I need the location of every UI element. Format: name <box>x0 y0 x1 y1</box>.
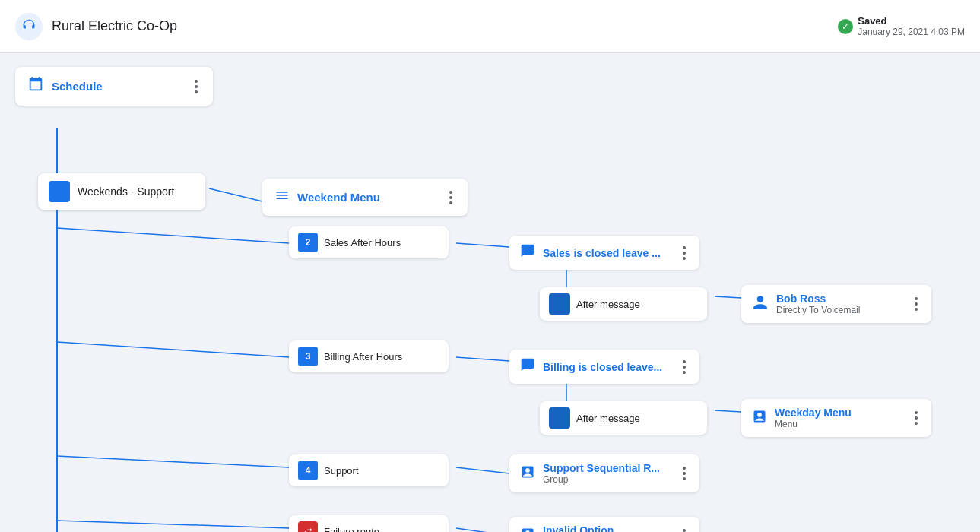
weekends-badge <box>49 181 70 202</box>
support-seq-subtitle: Group <box>543 474 660 485</box>
saved-text-group: Saved January 29, 2021 4:03 PM <box>858 15 965 37</box>
billing-message-dots[interactable] <box>680 359 689 375</box>
sales-after-hours-row[interactable]: 2 Sales After Hours <box>289 226 449 258</box>
saved-date: January 29, 2021 4:03 PM <box>858 27 965 37</box>
billing-after-hours-row[interactable]: 3 Billing After Hours <box>289 340 449 372</box>
after-badge-2 <box>549 407 570 429</box>
svg-line-5 <box>57 456 289 467</box>
support-seq-dots[interactable] <box>680 465 689 482</box>
invalid-option-icon <box>520 527 535 533</box>
support-seq-icon <box>520 464 535 483</box>
weekday-menu-title: Weekday Menu <box>775 407 852 419</box>
weekend-menu-label: Weekend Menu <box>297 191 380 204</box>
sales-badge: 2 <box>298 233 318 252</box>
weekday-menu-text-group: Weekday Menu Menu <box>775 407 852 429</box>
weekend-menu-dots[interactable] <box>446 189 455 206</box>
sales-message-title: Sales is closed leave ... <box>543 247 661 259</box>
invalid-option-node[interactable]: Invalid Option Message <box>509 517 699 532</box>
billing-message-title: Billing is closed leave... <box>543 361 662 373</box>
billing-message-text-group: Billing is closed leave... <box>543 361 662 373</box>
support-label: Support <box>324 465 359 477</box>
bob-ross-text-group: Bob Ross Directly To Voicemail <box>776 293 860 315</box>
menu-lines-icon <box>274 188 290 207</box>
calendar-icon <box>27 76 44 97</box>
bob-ross-node[interactable]: Bob Ross Directly To Voicemail <box>741 285 931 323</box>
saved-check-icon: ✓ <box>838 19 853 34</box>
billing-message-node[interactable]: Billing is closed leave... <box>509 350 699 384</box>
sales-label: Sales After Hours <box>324 237 401 249</box>
svg-line-13 <box>456 467 509 473</box>
invalid-option-text-group: Invalid Option Message <box>543 524 614 532</box>
svg-line-7 <box>456 243 509 247</box>
schedule-label: Schedule <box>52 80 103 93</box>
billing-badge: 3 <box>298 347 318 366</box>
after-message-1-label: After message <box>576 299 640 310</box>
weekday-menu-dots[interactable] <box>912 410 921 426</box>
after-badge-1 <box>549 293 570 315</box>
headset-icon <box>15 13 43 40</box>
support-seq-text-group: Support Sequential R... Group <box>543 462 660 485</box>
weekday-menu-node[interactable]: Weekday Menu Menu <box>741 399 931 437</box>
chat-icon-1 <box>520 243 535 262</box>
svg-line-12 <box>715 410 741 412</box>
after-message-1-node[interactable]: After message <box>540 287 707 321</box>
svg-line-4 <box>57 342 289 357</box>
failure-route-row[interactable]: Failure route <box>289 515 449 532</box>
app-title: Rural Electric Co-Op <box>52 18 177 34</box>
svg-line-2 <box>209 188 262 201</box>
support-sequential-node[interactable]: Support Sequential R... Group <box>509 454 699 492</box>
svg-line-3 <box>57 228 289 243</box>
header-right: ✓ Saved January 29, 2021 4:03 PM <box>838 15 965 37</box>
after-message-2-node[interactable]: After message <box>540 401 707 435</box>
sales-message-node[interactable]: Sales is closed leave ... <box>509 236 699 270</box>
chat-icon-2 <box>520 357 535 376</box>
support-seq-title: Support Sequential R... <box>543 462 660 474</box>
invalid-option-title: Invalid Option <box>543 524 614 532</box>
weekend-menu-node[interactable]: Weekend Menu <box>262 179 468 216</box>
header-left: Rural Electric Co-Op <box>15 13 177 40</box>
weekends-support-node[interactable]: Weekends - Support <box>38 173 205 210</box>
person-icon <box>752 294 769 315</box>
sales-message-text-group: Sales is closed leave ... <box>543 247 661 259</box>
bob-ross-dots[interactable] <box>912 296 921 312</box>
svg-line-14 <box>456 528 509 532</box>
svg-line-10 <box>456 357 509 361</box>
bob-ross-title: Bob Ross <box>776 293 860 305</box>
bob-ross-subtitle: Directly To Voicemail <box>776 305 860 315</box>
failure-badge <box>298 521 318 532</box>
canvas: Schedule Weekends - Support Weekend Menu… <box>0 53 980 532</box>
support-row[interactable]: 4 Support <box>289 454 449 486</box>
failure-route-label: Failure route <box>324 526 379 533</box>
header: Rural Electric Co-Op ✓ Saved January 29,… <box>0 0 980 53</box>
invalid-option-dots[interactable] <box>680 527 689 532</box>
weekday-menu-subtitle: Menu <box>775 419 852 429</box>
schedule-panel[interactable]: Schedule <box>15 67 213 106</box>
billing-label: Billing After Hours <box>324 351 402 363</box>
svg-line-9 <box>715 296 741 298</box>
weekends-label: Weekends - Support <box>78 185 174 198</box>
schedule-menu-button[interactable] <box>192 78 201 95</box>
saved-label: Saved <box>858 15 965 27</box>
saved-indicator: ✓ Saved January 29, 2021 4:03 PM <box>838 15 965 37</box>
svg-line-6 <box>57 521 289 528</box>
after-message-2-label: After message <box>576 413 640 424</box>
support-badge: 4 <box>298 461 318 480</box>
sales-message-dots[interactable] <box>680 245 689 261</box>
weekday-menu-icon <box>752 409 767 428</box>
